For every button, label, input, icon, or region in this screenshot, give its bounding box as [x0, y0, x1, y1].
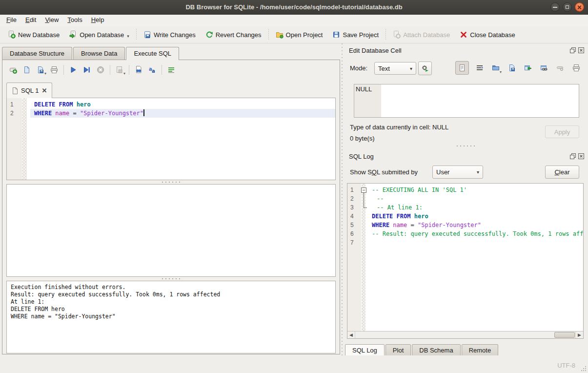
float-panel-icon[interactable]: [570, 153, 576, 159]
sql-log-code[interactable]: 1-- EXECUTING ALL IN 'SQL 1'2--3-- At li…: [347, 184, 583, 338]
auto-switch-icon: [421, 64, 429, 72]
svg-text:a: a: [152, 68, 155, 74]
tab-database-structure[interactable]: Database Structure: [2, 47, 72, 60]
new-database-button[interactable]: New Database: [3, 28, 64, 41]
edit-cell-title: Edit Database Cell: [349, 47, 402, 54]
window-title: DB Browser for SQLite - /home/user/code/…: [185, 3, 402, 11]
menu-help[interactable]: Help: [87, 15, 109, 26]
write-changes-button[interactable]: Write Changes: [139, 28, 201, 41]
editor-results-splitter[interactable]: [6, 181, 336, 184]
sql-log-title: SQL Log: [349, 153, 374, 160]
mode-label: Mode:: [350, 64, 367, 72]
auto-format-button[interactable]: aa: [145, 63, 159, 76]
text-mode-button[interactable]: [455, 61, 469, 75]
open-project-button[interactable]: Open Project: [271, 28, 328, 41]
menu-view[interactable]: View: [41, 15, 63, 26]
open-database-dropdown-icon[interactable]: ▾: [127, 34, 129, 39]
content-area: Database Structure Browse Data Execute S…: [0, 43, 588, 355]
menu-tools[interactable]: Tools: [63, 15, 86, 26]
word-wrap-icon: [167, 66, 175, 74]
close-sql-tab-icon[interactable]: [41, 87, 47, 94]
copy-link-button[interactable]: [538, 62, 550, 74]
results-messages-splitter[interactable]: [6, 277, 336, 280]
cell-word-wrap-button[interactable]: [473, 62, 486, 74]
set-null-button: [554, 62, 567, 74]
log-filter-label: Show SQL submitted by: [350, 168, 418, 176]
write-changes-icon: [143, 31, 151, 39]
dock-splitter[interactable]: [344, 145, 588, 147]
word-wrap-button[interactable]: [164, 63, 178, 76]
new-database-icon: [8, 31, 16, 39]
encoding-indicator[interactable]: UTF-8: [557, 362, 575, 369]
minimize-icon[interactable]: [550, 2, 560, 12]
tab-browse-data[interactable]: Browse Data: [73, 47, 125, 60]
print-sql-button[interactable]: [47, 63, 61, 76]
scrollbar-thumb[interactable]: [554, 332, 575, 338]
mode-select[interactable]: Text: [374, 62, 416, 75]
execute-all-icon: [69, 66, 77, 74]
new-sql-tab-button[interactable]: [6, 63, 20, 76]
revert-changes-icon: [205, 31, 213, 39]
cell-size-info: 0 byte(s): [350, 135, 375, 142]
auto-switch-mode-button[interactable]: [418, 62, 432, 75]
resize-grip[interactable]: [580, 365, 586, 371]
maximize-icon[interactable]: [563, 2, 572, 12]
save-project-icon: [332, 31, 340, 39]
close-database-button[interactable]: Close Database: [455, 28, 520, 41]
open-project-icon: [276, 31, 284, 39]
print-icon: [572, 64, 580, 72]
open-database-button[interactable]: Open Database ▾: [64, 28, 134, 41]
execution-messages[interactable]: Execution finished without errors.Result…: [6, 281, 336, 353]
toolbar-separator: [162, 65, 162, 75]
sql-editor-toolbar: ▾ ▾ aa: [6, 63, 178, 77]
statusbar: UTF-8: [0, 355, 588, 373]
sql-tab-sql1[interactable]: SQL 1: [6, 83, 52, 98]
sql-file-icon: [12, 87, 18, 94]
titlebar[interactable]: DB Browser for SQLite - /home/user/code/…: [0, 0, 588, 15]
execute-line-button[interactable]: [80, 63, 94, 76]
import-cell-data-button[interactable]: ▾: [489, 62, 502, 74]
sql-log-view[interactable]: 1-- EXECUTING ALL IN 'SQL 1'2--3-- At li…: [347, 183, 584, 339]
stop-icon: [97, 66, 104, 74]
float-panel-icon[interactable]: [570, 47, 576, 53]
sql-editor[interactable]: 1DELETE FROM hero2WHERE name = "Spider-Y…: [6, 98, 336, 180]
execute-line-icon: [83, 66, 91, 74]
menu-edit[interactable]: Edit: [21, 15, 41, 26]
save-project-button[interactable]: Save Project: [327, 28, 384, 41]
export-cell-data-button[interactable]: [506, 62, 518, 74]
scroll-left-icon[interactable]: ◀: [347, 332, 355, 338]
main-tab-bar: Database Structure Browse Data Execute S…: [2, 47, 180, 60]
close-panel-icon[interactable]: [578, 153, 584, 159]
find-replace-button[interactable]: [132, 63, 145, 76]
close-panel-icon[interactable]: [578, 47, 584, 53]
window-controls: [550, 2, 584, 12]
sql-tab-label: SQL 1: [21, 87, 39, 94]
close-icon[interactable]: [575, 2, 584, 12]
open-in-external-button[interactable]: [522, 62, 534, 74]
app-window: DB Browser for SQLite - /home/user/code/…: [0, 0, 588, 373]
panel-splitter[interactable]: [340, 43, 344, 355]
new-tab-icon: [9, 66, 17, 74]
save-results-icon: [116, 66, 123, 74]
log-filter-select[interactable]: User: [432, 166, 483, 179]
scroll-right-icon[interactable]: ▶: [575, 332, 583, 338]
print-icon: [50, 66, 58, 74]
execute-sql-panel: ▾ ▾ aa SQL 1: [2, 60, 340, 354]
open-sql-file-button[interactable]: [20, 63, 34, 76]
save-sql-file-button[interactable]: ▾: [34, 63, 47, 76]
menu-file[interactable]: File: [2, 15, 21, 26]
sql-editor-code[interactable]: 1DELETE FROM hero2WHERE name = "Spider-Y…: [7, 98, 335, 180]
open-external-icon: [524, 64, 532, 72]
clear-log-button[interactable]: Clear: [545, 166, 579, 179]
apply-button: Apply: [545, 125, 579, 138]
print-cell-button[interactable]: [570, 62, 583, 74]
cell-word-wrap-icon: [476, 64, 484, 72]
log-horizontal-scrollbar[interactable]: ◀ ▶: [347, 331, 583, 338]
sql-log-dock-controls: [570, 153, 584, 159]
tab-execute-sql[interactable]: Execute SQL: [126, 47, 179, 60]
edit-cell-dock-controls: [570, 47, 584, 53]
execute-all-button[interactable]: [66, 63, 80, 76]
results-pane[interactable]: [6, 184, 336, 277]
cell-value-editor[interactable]: NULL: [354, 84, 579, 118]
revert-changes-button[interactable]: Revert Changes: [201, 28, 266, 41]
